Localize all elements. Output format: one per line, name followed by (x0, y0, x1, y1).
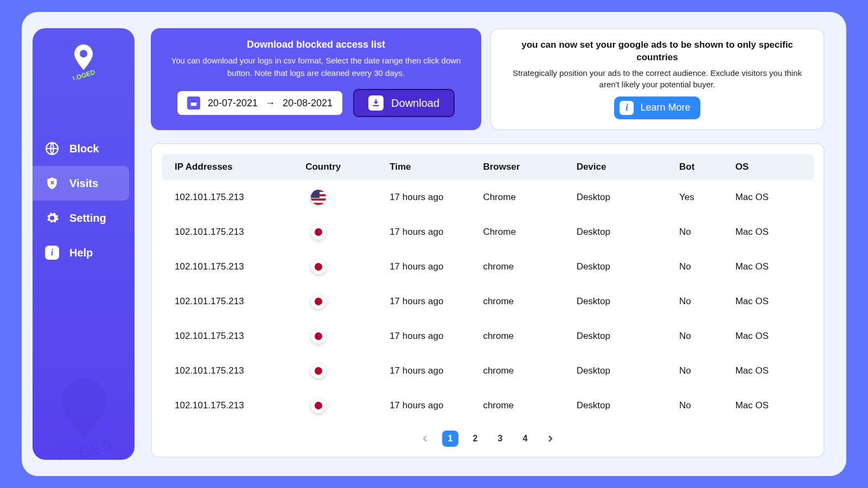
sidebar-item-block[interactable]: Block (33, 131, 135, 166)
bg-logo-watermark: LOGED (38, 371, 130, 460)
cell-bot: Yes (679, 192, 735, 203)
flag-icon (311, 329, 326, 344)
page-next[interactable] (542, 431, 558, 447)
cell-country (305, 363, 390, 378)
download-button[interactable]: Download (353, 89, 455, 117)
cell-time: 17 hours ago (390, 261, 483, 272)
cell-browser: Chrome (483, 192, 576, 203)
nav-label: Block (69, 143, 99, 155)
cell-ip: 102.101.175.213 (175, 365, 305, 376)
col-bot: Bot (679, 162, 735, 172)
col-ip: IP Addresses (175, 162, 305, 172)
table-row[interactable]: 102.101.175.21317 hours agochromeDesktop… (162, 388, 814, 423)
cell-os: Mac OS (735, 331, 801, 342)
page-2[interactable]: 2 (467, 431, 483, 447)
sidebar: LOGED Block ✕ Visits Setting (33, 28, 135, 460)
cell-time: 17 hours ago (390, 331, 483, 342)
cell-os: Mac OS (735, 227, 801, 237)
cell-bot: No (679, 331, 735, 342)
cell-bot: No (679, 365, 735, 376)
promo-card: you can now set your google ads to be sh… (490, 28, 825, 130)
cell-device: Desktop (577, 365, 679, 376)
cell-time: 17 hours ago (390, 227, 483, 237)
cell-time: 17 hours ago (390, 296, 483, 307)
calendar-icon (187, 97, 200, 110)
svg-point-0 (80, 50, 87, 57)
nav-label: Help (69, 247, 93, 259)
table-row[interactable]: 102.101.175.21317 hours agochromeDesktop… (162, 249, 814, 284)
cell-os: Mac OS (735, 365, 801, 376)
table-header: IP Addresses Country Time Browser Device… (162, 154, 814, 180)
cell-ip: 102.101.175.213 (175, 227, 305, 237)
sidebar-item-visits[interactable]: ✕ Visits (33, 166, 129, 201)
nav-label: Visits (69, 177, 98, 190)
cell-time: 17 hours ago (390, 365, 483, 376)
info-icon: i (44, 245, 60, 260)
cell-bot: No (679, 400, 735, 411)
cell-device: Desktop (577, 400, 679, 411)
arrow-right-icon: → (265, 98, 275, 109)
learn-more-button[interactable]: i Learn More (614, 97, 700, 119)
cell-device: Desktop (577, 261, 679, 272)
cell-ip: 102.101.175.213 (175, 400, 305, 411)
pagination: 1234 (162, 431, 814, 447)
page-1[interactable]: 1 (442, 431, 458, 447)
cell-time: 17 hours ago (390, 192, 483, 203)
col-browser: Browser (483, 162, 576, 172)
cell-country (305, 190, 390, 205)
table-row[interactable]: 102.101.175.21317 hours agochromeDesktop… (162, 354, 814, 388)
cell-ip: 102.101.175.213 (175, 192, 305, 203)
cell-ip: 102.101.175.213 (175, 331, 305, 342)
date-range-picker[interactable]: 20-07-2021 → 20-08-2021 (177, 91, 342, 115)
col-os: OS (735, 162, 801, 172)
cell-browser: chrome (483, 296, 576, 307)
cell-bot: No (679, 227, 735, 237)
svg-text:✕: ✕ (50, 179, 55, 186)
page-prev[interactable] (417, 431, 433, 447)
nav-label: Setting (69, 212, 106, 224)
cell-country (305, 259, 390, 274)
cell-country (305, 398, 390, 413)
date-from: 20-07-2021 (208, 98, 258, 109)
visits-table: IP Addresses Country Time Browser Device… (162, 154, 814, 423)
top-cards: Download blocked access list You can dow… (151, 28, 825, 130)
col-time: Time (390, 162, 483, 172)
col-device: Device (577, 162, 679, 172)
flag-icon (311, 224, 326, 240)
download-title: Download blocked access list (166, 39, 466, 50)
cell-os: Mac OS (735, 400, 801, 411)
table-row[interactable]: 102.101.175.21317 hours agoChromeDesktop… (162, 215, 814, 249)
promo-desc: Strategically position your ads to the c… (507, 67, 807, 90)
cell-ip: 102.101.175.213 (175, 296, 305, 307)
sidebar-item-help[interactable]: i Help (33, 235, 135, 270)
promo-title: you can now set your google ads to be sh… (507, 39, 807, 64)
cell-bot: No (679, 296, 735, 307)
flag-icon (311, 259, 326, 274)
flag-icon (311, 363, 326, 378)
cell-device: Desktop (577, 296, 679, 307)
download-desc: You can download your logs in csv format… (166, 55, 466, 79)
table-row[interactable]: 102.101.175.21317 hours agochromeDesktop… (162, 319, 814, 354)
app-shell: LOGED Block ✕ Visits Setting (22, 12, 846, 476)
logo: LOGED (62, 39, 105, 82)
svg-rect-6 (191, 101, 197, 102)
download-card: Download blocked access list You can dow… (151, 28, 481, 130)
sidebar-item-setting[interactable]: Setting (33, 201, 135, 235)
page-3[interactable]: 3 (492, 431, 508, 447)
cell-time: 17 hours ago (390, 400, 483, 411)
cell-os: Mac OS (735, 192, 801, 203)
page-4[interactable]: 4 (517, 431, 533, 447)
cell-device: Desktop (577, 227, 679, 237)
flag-icon (311, 398, 326, 413)
cell-country (305, 224, 390, 240)
table-row[interactable]: 102.101.175.21317 hours agochromeDesktop… (162, 284, 814, 319)
download-icon (368, 95, 384, 111)
main: Download blocked access list You can dow… (135, 12, 846, 476)
cell-browser: chrome (483, 365, 576, 376)
cell-bot: No (679, 261, 735, 272)
cell-ip: 102.101.175.213 (175, 261, 305, 272)
table-row[interactable]: 102.101.175.21317 hours agoChromeDesktop… (162, 180, 814, 215)
info-icon: i (620, 101, 634, 115)
cell-country (305, 329, 390, 344)
gear-icon (44, 210, 60, 226)
